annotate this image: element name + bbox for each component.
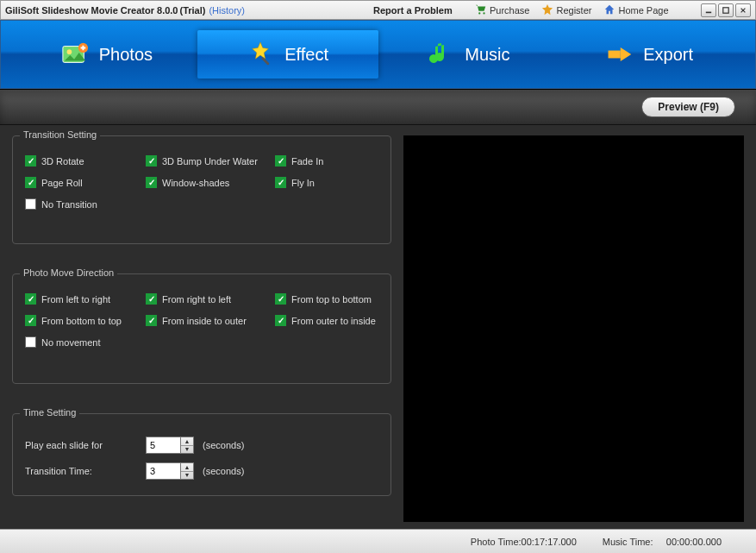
chk-label: Fade In bbox=[291, 156, 323, 167]
checkbox-icon[interactable] bbox=[146, 315, 157, 326]
slide-time-input[interactable] bbox=[146, 437, 180, 454]
left-panel: Transition Setting 3D Rotate 3D Bump Und… bbox=[12, 135, 391, 522]
transition-time-input[interactable] bbox=[146, 462, 180, 480]
checkbox-icon[interactable] bbox=[25, 336, 36, 348]
checkbox-icon[interactable] bbox=[25, 198, 36, 210]
svg-point-0 bbox=[478, 12, 480, 14]
chk-left-right[interactable]: From left to right bbox=[25, 293, 146, 305]
chk-outer-inside[interactable]: From outer to inside bbox=[275, 315, 387, 326]
chk-label: No movement bbox=[41, 337, 100, 348]
app-title: GiliSoft Slideshow Movie Creator 8.0.0 bbox=[5, 5, 178, 16]
home-label: Home Page bbox=[618, 5, 668, 16]
home-link[interactable]: Home Page bbox=[603, 3, 668, 17]
checkbox-icon[interactable] bbox=[25, 315, 36, 326]
transition-time-spinner[interactable]: ▲▼ bbox=[146, 462, 194, 480]
chk-label: 3D Rotate bbox=[41, 156, 84, 167]
tab-photos-label: Photos bbox=[99, 45, 153, 65]
history-link[interactable]: (History) bbox=[209, 5, 245, 16]
chk-fly-in[interactable]: Fly In bbox=[275, 177, 387, 188]
transition-title: Transition Setting bbox=[20, 129, 100, 140]
checkbox-icon[interactable] bbox=[146, 177, 157, 188]
chk-right-left[interactable]: From right to left bbox=[146, 293, 275, 305]
time-setting-group: Time Setting Play each slide for ▲▼ (sec… bbox=[12, 413, 391, 496]
register-link[interactable]: Register bbox=[541, 3, 591, 17]
effect-icon bbox=[247, 41, 274, 68]
checkbox-icon[interactable] bbox=[275, 293, 286, 305]
slide-time-label: Play each slide for bbox=[25, 440, 137, 450]
checkbox-icon[interactable] bbox=[146, 155, 157, 167]
chk-top-bottom[interactable]: From top to bottom bbox=[275, 293, 387, 305]
chk-label: 3D Bump Under Water bbox=[162, 156, 258, 167]
close-button[interactable] bbox=[735, 3, 751, 17]
tab-photos[interactable]: Photos bbox=[16, 30, 197, 79]
chk-inside-outer[interactable]: From inside to outer bbox=[146, 315, 275, 326]
checkbox-icon[interactable] bbox=[25, 293, 36, 305]
chk-label: Page Roll bbox=[41, 178, 83, 188]
transition-time-unit: (seconds) bbox=[203, 466, 244, 476]
timeset-title: Time Setting bbox=[20, 407, 79, 418]
spinner-up[interactable]: ▲ bbox=[181, 437, 193, 446]
photos-icon bbox=[61, 41, 89, 68]
chk-label: From inside to outer bbox=[162, 316, 247, 326]
chk-page-roll[interactable]: Page Roll bbox=[25, 177, 146, 188]
chk-label: No Transition bbox=[41, 199, 97, 210]
maximize-button[interactable] bbox=[718, 3, 734, 17]
main-area: Transition Setting 3D Rotate 3D Bump Und… bbox=[0, 125, 756, 529]
trial-label: (Trial) bbox=[180, 5, 206, 16]
cart-icon bbox=[475, 3, 487, 17]
spinner-down[interactable]: ▼ bbox=[181, 446, 193, 454]
chk-window-shades[interactable]: Window-shades bbox=[146, 177, 275, 188]
chk-3d-rotate[interactable]: 3D Rotate bbox=[25, 155, 146, 167]
transition-setting-group: Transition Setting 3D Rotate 3D Bump Und… bbox=[12, 135, 391, 244]
chk-label: From outer to inside bbox=[291, 316, 376, 326]
minimize-button[interactable] bbox=[701, 3, 716, 17]
transition-time-label: Transition Time: bbox=[25, 466, 137, 476]
status-bar: Photo Time:00:17:17.000 Music Time: 00:0… bbox=[0, 529, 756, 553]
svg-rect-7 bbox=[261, 57, 270, 66]
register-label: Register bbox=[556, 5, 591, 16]
purchase-label: Purchase bbox=[490, 5, 529, 16]
chk-label: Window-shades bbox=[162, 178, 229, 188]
spinner-down[interactable]: ▼ bbox=[181, 472, 193, 480]
checkbox-icon[interactable] bbox=[275, 155, 286, 167]
tab-export-label: Export bbox=[643, 45, 693, 65]
tab-effect[interactable]: Effect bbox=[197, 30, 378, 79]
chk-bottom-top[interactable]: From bottom to top bbox=[25, 315, 146, 326]
transition-grid: 3D Rotate 3D Bump Under Water Fade In Pa… bbox=[25, 155, 378, 210]
purchase-link[interactable]: Purchase bbox=[475, 3, 529, 17]
checkbox-icon[interactable] bbox=[275, 315, 286, 326]
checkbox-icon[interactable] bbox=[146, 293, 157, 305]
tab-music[interactable]: Music bbox=[378, 30, 559, 79]
chk-no-transition[interactable]: No Transition bbox=[25, 198, 146, 210]
chk-label: From right to left bbox=[162, 294, 231, 305]
checkbox-icon[interactable] bbox=[25, 155, 36, 167]
slide-time-spinner[interactable]: ▲▼ bbox=[146, 437, 194, 454]
preview-button[interactable]: Preview (F9) bbox=[641, 97, 735, 117]
transition-time-row: Transition Time: ▲▼ (seconds) bbox=[25, 462, 378, 480]
star-icon bbox=[541, 3, 553, 17]
music-icon bbox=[427, 41, 454, 68]
export-icon bbox=[605, 41, 633, 68]
movedir-title: Photo Move Direction bbox=[20, 267, 117, 278]
tab-export[interactable]: Export bbox=[559, 30, 740, 79]
slide-time-unit: (seconds) bbox=[203, 440, 244, 450]
preview-strip: Preview (F9) bbox=[0, 89, 756, 125]
slide-time-row: Play each slide for ▲▼ (seconds) bbox=[25, 437, 378, 454]
report-problem-link[interactable]: Report a Problem bbox=[373, 5, 453, 16]
chk-label: From top to bottom bbox=[291, 294, 372, 305]
checkbox-icon[interactable] bbox=[25, 177, 36, 188]
tab-effect-label: Effect bbox=[284, 45, 328, 65]
checkbox-icon[interactable] bbox=[275, 177, 286, 188]
svg-point-1 bbox=[483, 12, 484, 14]
photo-move-group: Photo Move Direction From left to right … bbox=[12, 273, 391, 384]
chk-no-movement[interactable]: No movement bbox=[25, 336, 146, 348]
chk-label: From bottom to top bbox=[41, 316, 122, 326]
spinner-up[interactable]: ▲ bbox=[181, 463, 193, 472]
chk-3d-bump[interactable]: 3D Bump Under Water bbox=[146, 155, 275, 167]
chk-fade-in[interactable]: Fade In bbox=[275, 155, 387, 167]
window-buttons bbox=[701, 3, 751, 17]
svg-rect-3 bbox=[723, 7, 728, 12]
chk-label: From left to right bbox=[41, 294, 110, 305]
tab-music-label: Music bbox=[465, 45, 509, 65]
preview-pane bbox=[403, 135, 744, 522]
